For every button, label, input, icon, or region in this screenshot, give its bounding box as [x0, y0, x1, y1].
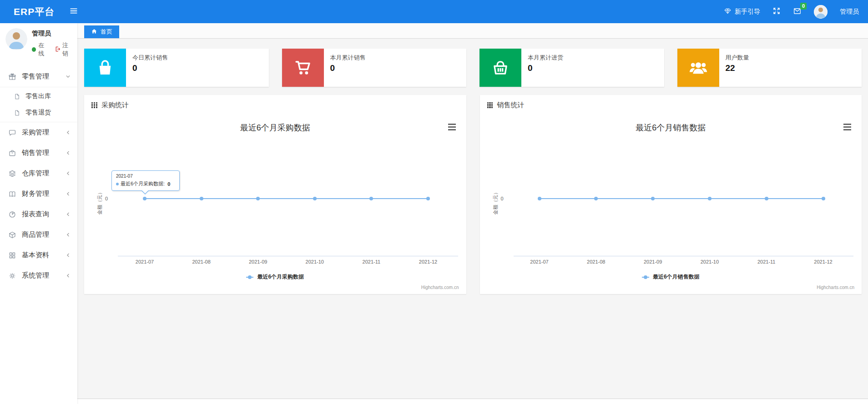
- stat-label: 本月累计进货: [528, 54, 563, 62]
- sidebar-item[interactable]: 系统管理: [0, 265, 77, 286]
- fullscreen-button[interactable]: [772, 7, 781, 16]
- sidebar-item[interactable]: 财务管理: [0, 184, 77, 204]
- chevron-left-icon: [66, 150, 71, 155]
- chevron-left-icon: [66, 171, 71, 176]
- sidebar-item-label: 报表查询: [22, 210, 49, 219]
- guide-label: 新手引导: [735, 8, 760, 16]
- logout-link[interactable]: 注销: [55, 41, 73, 58]
- sidebar-menu: 零售管理零售出库零售退货采购管理销售管理仓库管理财务管理报表查询商品管理基本资料…: [0, 66, 77, 286]
- y-axis-tick: 0: [491, 196, 504, 201]
- data-point[interactable]: [143, 197, 146, 200]
- stat-body: 本月累计进货0: [521, 49, 568, 87]
- stat-value: 0: [132, 63, 168, 73]
- y-axis-title: 金额（元）: [96, 190, 103, 215]
- sidebar-subitem-label: 零售出库: [25, 92, 51, 100]
- sidebar-item[interactable]: 仓库管理: [0, 163, 77, 184]
- charts-row: 采购统计最近6个月采购数据金额（元）02021-072021-082021-09…: [77, 87, 868, 294]
- data-point[interactable]: [256, 197, 260, 200]
- stat-value: 0: [528, 63, 563, 73]
- chart-context-menu-button[interactable]: [448, 124, 456, 130]
- navbar-right: 新手引导 0 管理员: [724, 5, 859, 19]
- navbar-avatar[interactable]: [814, 5, 828, 19]
- messages-button[interactable]: 0: [793, 7, 802, 17]
- tab-home[interactable]: 首页: [84, 25, 119, 38]
- grid-icon: [8, 251, 17, 259]
- footer-strip: [77, 399, 868, 404]
- sidebar-toggle-button[interactable]: [69, 6, 78, 17]
- sidebar-subitem-label: 零售退货: [25, 109, 51, 117]
- chart-panel: 采购统计最近6个月采购数据金额（元）02021-072021-082021-09…: [84, 95, 466, 294]
- sidebar-item[interactable]: 采购管理: [0, 122, 77, 143]
- stat-card: 本月累计进货0: [479, 49, 664, 87]
- chart-panel: 销售统计最近6个月销售数据金额（元）02021-072021-082021-09…: [480, 95, 862, 294]
- data-point[interactable]: [708, 197, 712, 200]
- stat-label: 用户数量: [726, 54, 749, 62]
- x-axis-label: 2021-10: [294, 259, 335, 264]
- sidebar-subitem[interactable]: 零售退货: [0, 105, 77, 121]
- data-point[interactable]: [822, 197, 825, 200]
- stat-card: 用户数量22: [677, 49, 862, 87]
- legend-item[interactable]: 最近6个月采购数据: [84, 273, 466, 281]
- sidebar-item-label: 零售管理: [22, 72, 49, 81]
- app-root: ERP平台 新手引导 0 管理员 管理员: [0, 0, 868, 404]
- x-axis-line: [118, 256, 458, 256]
- main-content: 首页 今日累计销售0本月累计销售0本月累计进货0用户数量22 采购统计最近6个月…: [77, 23, 868, 399]
- sidebar-item-label: 基本资料: [22, 251, 49, 259]
- sidebar-item[interactable]: 零售管理: [0, 66, 77, 87]
- x-axis-label: 2021-08: [575, 259, 616, 264]
- x-axis-label: 2021-07: [519, 259, 560, 264]
- x-axis-label: 2021-07: [124, 259, 165, 264]
- data-point[interactable]: [426, 197, 430, 200]
- chart-context-menu-button[interactable]: [843, 124, 851, 130]
- stat-body: 用户数量22: [719, 49, 754, 87]
- sidebar-item[interactable]: 商品管理: [0, 224, 77, 245]
- chevron-left-icon: [66, 212, 71, 217]
- chevron-left-icon: [66, 273, 71, 278]
- sidebar-item-label: 销售管理: [22, 149, 49, 157]
- sidebar: 管理员 在线 注销 零售管理零售出库零售退货采购管理销售管理仓库管理财务管理报表…: [0, 23, 77, 404]
- sidebar-item[interactable]: 销售管理: [0, 143, 77, 163]
- top-navbar: ERP平台 新手引导 0 管理员: [0, 0, 868, 23]
- data-point[interactable]: [765, 197, 768, 200]
- data-point[interactable]: [538, 197, 541, 200]
- stat-value: 0: [330, 63, 366, 73]
- book-icon: [8, 190, 17, 198]
- data-point[interactable]: [594, 197, 598, 200]
- legend-label: 最近6个月采购数据: [257, 273, 304, 281]
- stat-body: 本月累计销售0: [324, 49, 370, 87]
- navbar-username[interactable]: 管理员: [840, 8, 859, 16]
- data-point[interactable]: [313, 197, 317, 200]
- user-avatar: [5, 28, 27, 50]
- brand-logo[interactable]: ERP平台: [14, 5, 55, 18]
- x-axis-label: 2021-11: [746, 259, 787, 264]
- x-axis-label: 2021-10: [689, 259, 730, 264]
- sidebar-item-label: 仓库管理: [22, 169, 49, 178]
- users-icon: [677, 49, 719, 87]
- data-point[interactable]: [369, 197, 373, 200]
- chart-area: 最近6个月销售数据金额（元）02021-072021-082021-092021…: [480, 115, 862, 294]
- x-axis-label: 2021-08: [181, 259, 222, 264]
- legend-item[interactable]: 最近6个月销售数据: [480, 273, 862, 281]
- stat-card: 今日累计销售0: [84, 49, 269, 87]
- chart-credit: Highcharts.com.cn: [817, 285, 854, 290]
- sidebar-item[interactable]: 基本资料: [0, 245, 77, 265]
- x-axis-label: 2021-12: [408, 259, 449, 264]
- sidebar-item[interactable]: 报表查询: [0, 204, 77, 224]
- grid-th-icon: [91, 102, 97, 108]
- data-point[interactable]: [200, 197, 203, 200]
- tooltip-label: 最近6个月采购数据:: [121, 180, 165, 187]
- data-point[interactable]: [651, 197, 655, 200]
- logout-label: 注销: [62, 41, 73, 58]
- guide-link[interactable]: 新手引导: [724, 7, 760, 16]
- gear-icon: [8, 272, 17, 280]
- chevron-left-icon: [66, 191, 71, 196]
- briefcase-icon: [8, 149, 17, 157]
- file-icon: [14, 110, 22, 116]
- series-line: [145, 198, 428, 199]
- sidebar-subitem[interactable]: 零售出库: [0, 88, 77, 105]
- tooltip-value: 0: [167, 181, 170, 187]
- cart-icon: [282, 49, 324, 87]
- stats-row: 今日累计销售0本月累计销售0本月累计进货0用户数量22: [77, 39, 868, 87]
- legend-label: 最近6个月销售数据: [653, 273, 700, 281]
- box-icon: [8, 231, 17, 239]
